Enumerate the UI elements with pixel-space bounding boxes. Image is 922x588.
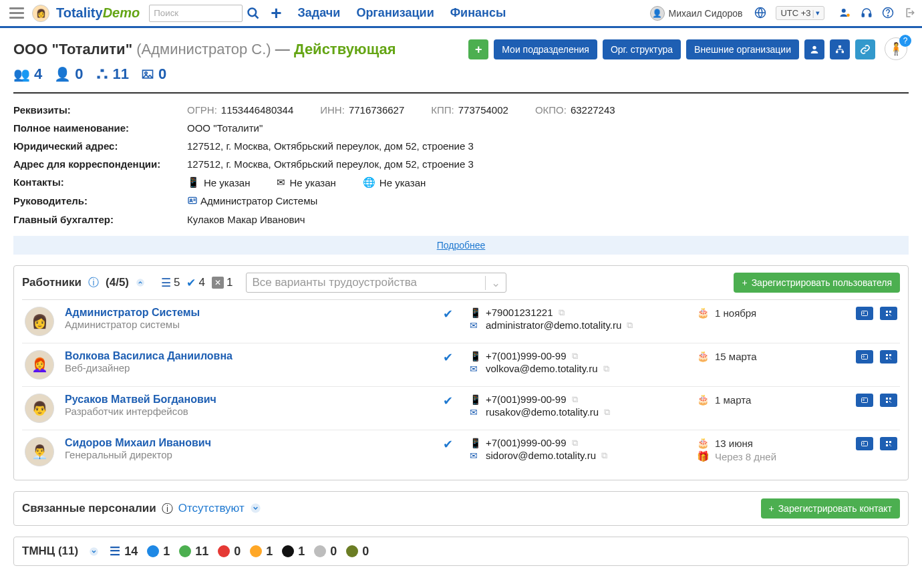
add-icon[interactable]: + [271,3,281,24]
employee-email: administrator@demo.totality.ru [486,319,621,331]
filter-inactive[interactable]: ✕1 [212,276,233,289]
tmnc-tag[interactable]: 1 [250,545,273,559]
copy-icon[interactable]: ⧉ [572,394,578,405]
orgchart-button[interactable] [830,39,850,59]
copy-icon[interactable]: ⧉ [601,450,607,461]
nav-orgs[interactable]: Организации [356,6,434,20]
color-dot [179,545,191,557]
svg-point-38 [863,400,865,401]
my-divisions-button[interactable]: Мои подразделения [494,39,597,59]
employee-name[interactable]: Русаков Матвей Богданович [65,394,443,406]
employee-name[interactable]: Сидоров Михаил Иванович [65,437,443,449]
filter-active[interactable]: ✔4 [186,276,204,290]
avatar: 👨 [25,394,54,423]
org-structure-button[interactable]: Орг. структура [603,39,681,59]
copy-icon[interactable]: ⧉ [627,320,633,331]
link-button[interactable] [855,39,875,59]
employee-row: 👨‍💼 Сидоров Михаил Иванович Генеральный … [22,430,900,473]
add-button[interactable]: + [468,39,488,59]
svg-rect-37 [862,398,868,403]
external-orgs-button[interactable]: Внешние организации [686,39,799,59]
employee-name[interactable]: Администратор Системы [65,307,443,319]
stat-orgchart[interactable]: 11 [96,65,129,83]
user-avatar-icon: 👤 [650,6,665,21]
current-user[interactable]: 👤 Михаил Сидоров [650,6,743,21]
employee-birthday: 15 марта [715,351,757,362]
expand-icon[interactable] [89,546,99,557]
copy-icon[interactable]: ⧉ [572,351,578,361]
expand-icon[interactable] [250,502,261,515]
card-action[interactable] [856,307,873,320]
employee-name[interactable]: Волкова Василиса Данииловна [65,350,443,362]
timezone-select[interactable]: UTC +3 | ▾ [776,6,824,20]
nav-finance[interactable]: Финансы [450,6,506,20]
copy-icon[interactable]: ⧉ [603,363,609,374]
employee-birthday: 1 марта [715,394,751,406]
copy-icon[interactable]: ⧉ [559,307,565,318]
filter-all[interactable]: ☰5 [161,276,180,290]
person-button[interactable] [804,39,824,59]
stat-images[interactable]: 0 [141,65,166,83]
register-contact-button[interactable]: +Зарегистрировать контакт [761,498,900,519]
tmnc-tag[interactable]: 1 [282,545,305,559]
svg-point-45 [863,443,865,444]
header-actions [839,6,915,20]
collapse-icon[interactable] [136,277,145,288]
register-user-button[interactable]: +Зарегистрировать пользователя [734,273,900,293]
qr-action[interactable] [880,394,897,407]
color-dot [147,545,159,557]
employees-title: Работники [22,276,82,289]
copy-icon[interactable]: ⧉ [572,438,578,448]
card-action[interactable] [856,394,873,407]
legal-addr-label: Юридический адрес: [13,140,187,152]
qr-action[interactable] [880,307,897,320]
qr-action[interactable] [880,437,897,450]
svg-rect-43 [891,402,891,403]
color-dot [218,545,230,557]
nav-tasks[interactable]: Задачи [298,6,341,20]
birthday-icon: 🎂 [697,437,710,449]
headset-icon[interactable] [861,6,873,20]
employment-select[interactable]: Все варианты трудоустройства ⌄ [246,273,506,293]
stat-depts[interactable]: 👤0 [54,65,83,83]
svg-rect-30 [862,355,868,359]
copy-icon[interactable]: ⧉ [604,407,610,418]
menu-icon[interactable] [7,5,27,21]
user-gear-icon[interactable] [839,6,851,20]
svg-rect-26 [889,311,891,313]
separator [13,92,909,94]
mail-icon: ✉ [277,176,285,188]
tmnc-tag[interactable]: 0 [218,545,241,559]
brand[interactable]: TotalityDemo [56,5,140,21]
employment-placeholder: Все варианты трудоустройства [252,276,417,289]
help-icon[interactable] [882,6,894,20]
tmnc-tag[interactable]: ☰14 [110,544,138,559]
more-link[interactable]: Подробнее [13,236,909,255]
employee-row: 👩‍🦰 Волкова Василиса Данииловна Веб-диза… [22,343,900,386]
svg-rect-11 [836,51,838,53]
search-input[interactable] [149,5,243,22]
svg-point-24 [863,313,865,314]
employee-row: 👩 Администратор Системы Администратор си… [22,299,900,343]
card-action[interactable] [856,437,873,450]
logout-icon[interactable] [903,6,915,20]
globe-icon[interactable] [754,6,766,20]
list-icon: ☰ [161,276,171,290]
qr-action[interactable] [880,350,897,363]
info-icon[interactable]: ⓘ [88,276,99,290]
help-mascot[interactable]: 🧍? [885,37,909,61]
tmnc-tag[interactable]: 0 [346,545,369,559]
svg-rect-34 [886,357,888,359]
employee-phone: +7(001)999-00-99 [486,437,567,448]
tmnc-tag[interactable]: 11 [179,545,208,559]
director-value[interactable]: Администратор Системы [200,195,317,206]
tmnc-tag[interactable]: 1 [147,545,170,559]
image-icon [141,67,154,82]
card-action[interactable] [856,350,873,363]
info-icon[interactable]: ⓘ [162,501,173,517]
stat-groups[interactable]: 👥4 [13,65,42,83]
tmnc-tag[interactable]: 0 [314,545,337,559]
search-icon[interactable] [247,7,260,20]
svg-rect-36 [891,359,891,359]
phone-icon: 📱 [470,307,480,318]
